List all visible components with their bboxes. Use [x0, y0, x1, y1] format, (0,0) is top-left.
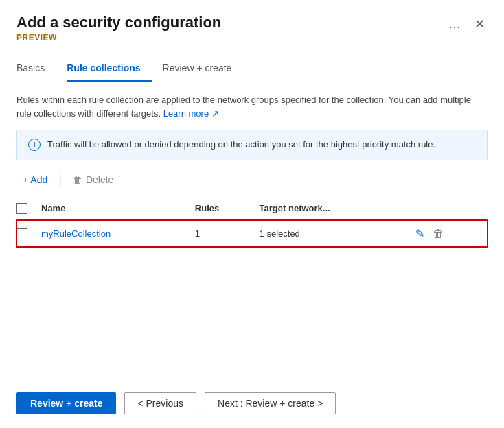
- header-actions-spacer: [415, 198, 488, 220]
- add-security-config-dialog: Add a security configuration PREVIEW … ✕…: [0, 0, 504, 428]
- external-link-icon: ↗: [211, 108, 219, 119]
- edit-icon[interactable]: ✎: [415, 227, 424, 240]
- dialog-preview-badge: PREVIEW: [16, 33, 221, 43]
- dialog-header: Add a security configuration PREVIEW … ✕: [16, 14, 488, 43]
- row-name-cell: myRuleCollection: [41, 220, 195, 248]
- delete-row-icon[interactable]: 🗑: [433, 228, 444, 240]
- tab-rule-collections[interactable]: Rule collections: [67, 57, 151, 82]
- previous-button[interactable]: < Previous: [124, 392, 196, 414]
- dialog-footer: Review + create < Previous Next : Review…: [16, 381, 488, 428]
- description-text: Rules within each rule collection are ap…: [16, 93, 488, 120]
- table-row: myRuleCollection 1 1 selected ✎ 🗑: [16, 220, 488, 248]
- row-target-cell: 1 selected: [260, 220, 416, 248]
- row-action-buttons: ✎ 🗑: [415, 227, 479, 240]
- toolbar: + Add | 🗑 Delete: [16, 173, 488, 187]
- tab-review-create[interactable]: Review + create: [163, 57, 243, 82]
- row-rules-cell: 1: [195, 220, 260, 248]
- toolbar-separator: |: [58, 174, 62, 186]
- row-actions-cell: ✎ 🗑: [415, 220, 488, 248]
- more-options-button[interactable]: …: [446, 16, 463, 32]
- tab-bar: Basics Rule collections Review + create: [16, 56, 488, 82]
- row-checkbox[interactable]: [16, 228, 27, 239]
- info-box: i Traffic will be allowed or denied depe…: [16, 130, 488, 160]
- rule-collections-table: Name Rules Target network... myRuleColle…: [16, 198, 488, 372]
- add-button[interactable]: + Add: [16, 173, 50, 187]
- header-target-network: Target network...: [260, 198, 416, 220]
- row-checkbox-cell: [16, 220, 41, 248]
- close-button[interactable]: ✕: [472, 16, 488, 32]
- learn-more-link[interactable]: Learn more ↗: [163, 108, 219, 119]
- header-name: Name: [41, 198, 195, 220]
- info-icon: i: [28, 139, 41, 151]
- trash-icon: 🗑: [73, 174, 82, 185]
- select-all-checkbox[interactable]: [16, 203, 27, 214]
- dialog-title-area: Add a security configuration PREVIEW: [16, 14, 221, 43]
- header-checkbox-cell: [16, 198, 41, 220]
- tab-basics[interactable]: Basics: [16, 57, 56, 82]
- delete-button[interactable]: 🗑 Delete: [70, 173, 116, 187]
- dialog-header-icons: … ✕: [446, 16, 488, 32]
- next-button[interactable]: Next : Review + create >: [205, 392, 336, 414]
- review-create-button[interactable]: Review + create: [16, 392, 116, 414]
- table-header-row: Name Rules Target network...: [16, 198, 488, 220]
- header-rules: Rules: [195, 198, 260, 220]
- dialog-title: Add a security configuration: [16, 14, 221, 32]
- tab-content: Rules within each rule collection are ap…: [16, 82, 488, 372]
- info-box-text: Traffic will be allowed or denied depend…: [47, 139, 435, 151]
- rule-collection-link[interactable]: myRuleCollection: [41, 228, 111, 239]
